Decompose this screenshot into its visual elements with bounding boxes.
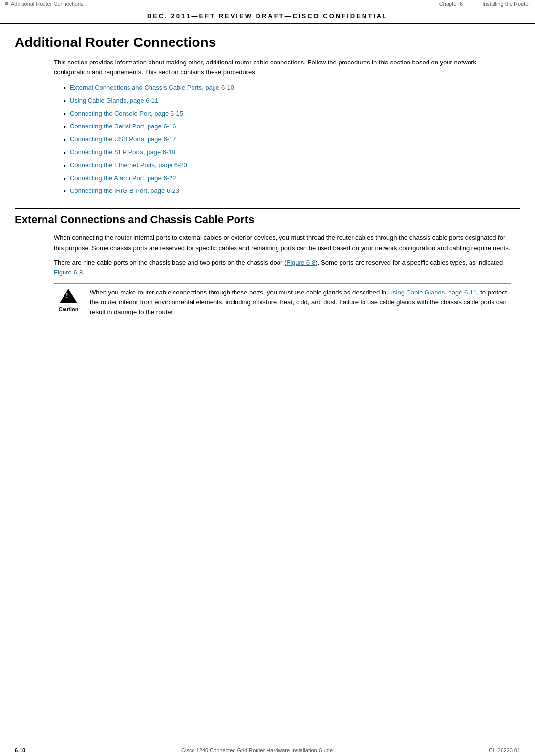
caution-text: When you make router cable connections t…: [90, 288, 511, 317]
list-item: Connecting the IRIG-B Port, page 6-23: [64, 185, 520, 198]
list-item: Connecting the USB Ports, page 6-17: [64, 133, 520, 146]
list-item: External Connections and Chassis Cable P…: [64, 82, 520, 95]
toc-link-8[interactable]: Connecting the Alarm Port, page 6-22: [70, 173, 176, 184]
section-heading-ext: External Connections and Chassis Cable P…: [15, 208, 520, 226]
caution-box: Caution When you make router cable conne…: [54, 283, 511, 321]
toc-link-4[interactable]: Connecting the Serial Port, page 6-16: [70, 122, 176, 132]
list-item: Connecting the Alarm Port, page 6-22: [64, 172, 520, 185]
dec-header-text: DEC. 2011—EFT REVIEW DRAFT—CISCO CONFIDE…: [147, 12, 388, 20]
toc-link-1[interactable]: External Connections and Chassis Cable P…: [70, 83, 234, 93]
figure-link-1[interactable]: Figure 6-8: [286, 259, 315, 266]
toc-list: External Connections and Chassis Cable P…: [64, 82, 520, 198]
footer-doc-number: OL-26223-01: [489, 747, 520, 753]
list-item: Connecting the Ethernet Ports, page 6-20: [64, 159, 520, 172]
top-bar-right: Chapter 6 Installing the Router: [439, 1, 530, 7]
toc-link-3[interactable]: Connecting the Console Port, page 6-15: [70, 109, 183, 119]
list-item: Connecting the Console Port, page 6-15: [64, 108, 520, 121]
toc-link-5[interactable]: Connecting the USB Ports, page 6-17: [70, 134, 176, 145]
toc-link-9[interactable]: Connecting the IRIG-B Port, page 6-23: [70, 186, 179, 196]
footer-page-number: 6-10: [15, 747, 25, 753]
caution-link[interactable]: Using Cable Glands, page 6-11: [388, 289, 477, 296]
top-bar-page-title: Installing the Router: [482, 1, 530, 7]
dec-header: DEC. 2011—EFT REVIEW DRAFT—CISCO CONFIDE…: [0, 8, 535, 24]
intro-paragraph: This section provides information about …: [54, 58, 511, 77]
page-footer: 6-10 Cisco 1240 Connected Grid Router Ha…: [0, 744, 535, 756]
top-bar-left: Additional Router Connections: [5, 1, 84, 7]
main-content: Additional Router Connections This secti…: [0, 24, 535, 357]
ext-paragraph-1: When connecting the router internal port…: [54, 233, 511, 252]
caution-triangle-icon: [60, 289, 77, 303]
list-item: Using Cable Glands, page 6-11: [64, 95, 520, 107]
page-title: Additional Router Connections: [15, 34, 520, 51]
top-bar-section-label: Additional Router Connections: [11, 1, 84, 7]
figure-link-2[interactable]: Figure 6-8: [54, 269, 83, 276]
toc-link-2[interactable]: Using Cable Glands, page 6-11: [70, 96, 158, 106]
top-bar-chapter: Chapter 6: [439, 1, 463, 7]
list-item: Connecting the SFP Ports, page 6-18: [64, 147, 520, 159]
footer-guide-title: Cisco 1240 Connected Grid Router Hardwar…: [35, 747, 479, 753]
caution-icon-area: Caution: [54, 288, 83, 312]
toc-link-6[interactable]: Connecting the SFP Ports, page 6-18: [70, 147, 175, 158]
toc-link-7[interactable]: Connecting the Ethernet Ports, page 6-20: [70, 160, 187, 170]
caution-label: Caution: [59, 306, 79, 312]
top-bar: Additional Router Connections Chapter 6 …: [0, 0, 535, 8]
ext-paragraph-2: There are nine cable ports on the chassi…: [54, 258, 511, 277]
list-item: Connecting the Serial Port, page 6-16: [64, 121, 520, 133]
nav-bullet: [5, 2, 8, 5]
